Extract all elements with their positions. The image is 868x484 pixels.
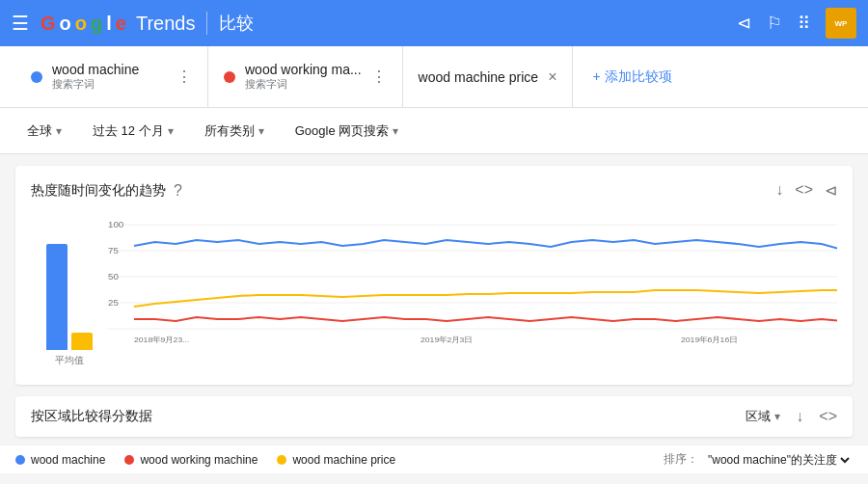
- logo-g: G: [41, 13, 56, 35]
- tab1-more[interactable]: ⋮: [176, 67, 192, 86]
- line-chart-area: 100 75 50 25 2018年9月23... 2019年2月3日 2019…: [108, 215, 837, 350]
- filters-bar: 全球 ▾ 过去 12 个月 ▾ 所有类别 ▾ Google 网页搜索 ▾: [0, 108, 868, 154]
- search-tabs-bar: wood machine 搜索字词 ⋮ wood working ma... 搜…: [0, 46, 868, 108]
- sort-select[interactable]: "wood machine"的关注度: [704, 452, 853, 468]
- help-icon[interactable]: ?: [174, 182, 182, 200]
- line-series-1: [134, 240, 837, 250]
- search-type-arrow-icon: ▾: [393, 124, 398, 138]
- add-compare-button[interactable]: + 添加比较项: [573, 68, 691, 86]
- tab2-more[interactable]: ⋮: [371, 67, 387, 86]
- global-arrow-icon: ▾: [56, 124, 62, 138]
- period-filter[interactable]: 过去 12 个月 ▾: [81, 117, 185, 146]
- app-header: ☰ Google Trends 比较 ⊲ ⚐ ⠿ WP: [0, 0, 868, 46]
- tab2-name: wood working ma...: [245, 62, 362, 77]
- legend-item-1: wood machine: [15, 453, 105, 467]
- embed-chart-icon[interactable]: <>: [795, 181, 813, 200]
- search-tab-3[interactable]: wood machine price ×: [403, 46, 574, 107]
- embed-bottom-icon[interactable]: <>: [819, 408, 837, 425]
- compare-label: 比较: [219, 12, 254, 35]
- line-series-2: [134, 317, 837, 321]
- tab3-close[interactable]: ×: [548, 68, 556, 86]
- grid-icon[interactable]: ⠿: [798, 13, 810, 34]
- header-actions: ⊲ ⚐ ⠿ WP: [737, 8, 856, 39]
- legend-label-1: wood machine: [31, 453, 105, 467]
- bar-1: [46, 244, 68, 350]
- legend-label-2: wood working machine: [140, 453, 258, 467]
- share-icon[interactable]: ⊲: [737, 13, 751, 34]
- legend-label-3: wood machine price: [292, 453, 395, 467]
- category-arrow-icon: ▾: [258, 124, 264, 138]
- menu-icon[interactable]: ☰: [12, 12, 29, 35]
- main-content: 热度随时间变化的趋势 ? ↓ <> ⊲ 平均值: [0, 154, 868, 448]
- legend-item-3: wood machine price: [277, 453, 395, 467]
- search-type-filter[interactable]: Google 网页搜索 ▾: [284, 117, 411, 146]
- line-series-3: [134, 290, 837, 307]
- tab1-content: wood machine 搜索字词: [52, 62, 167, 92]
- bar-chart-area: 平均值: [31, 215, 108, 369]
- region-arrow-icon: ▾: [774, 410, 780, 423]
- logo-o2: o: [75, 13, 87, 35]
- bottom-header: 按区域比较得分数据 区域 ▾ ↓ <>: [31, 408, 837, 425]
- tab1-label: 搜索字词: [52, 77, 167, 92]
- trend-chart-card: 热度随时间变化的趋势 ? ↓ <> ⊲ 平均值: [15, 166, 853, 385]
- chart-header: 热度随时间变化的趋势 ? ↓ <> ⊲: [31, 181, 837, 200]
- period-filter-label: 过去 12 个月: [93, 122, 164, 140]
- svg-text:25: 25: [108, 298, 119, 308]
- svg-text:75: 75: [108, 246, 119, 255]
- period-arrow-icon: ▾: [168, 124, 174, 138]
- bar-chart-inner: [31, 234, 108, 369]
- share-chart-icon[interactable]: ⊲: [825, 181, 837, 200]
- avg-label: 平均值: [31, 354, 108, 367]
- logo-o1: o: [60, 13, 71, 35]
- legend-dot-1: [15, 455, 25, 465]
- chart-area: 平均值 100 75 50 25: [31, 215, 837, 369]
- header-divider: [206, 12, 207, 35]
- chart-legend: wood machine wood working machine wood m…: [0, 444, 868, 473]
- region-label: 区域: [746, 408, 771, 425]
- chart-actions: ↓ <> ⊲: [775, 181, 837, 200]
- bar-2: [71, 333, 93, 350]
- tab3-name: wood machine price: [419, 69, 539, 85]
- global-filter[interactable]: 全球 ▾: [15, 117, 73, 146]
- sort-by-container: 排序： "wood machine"的关注度: [664, 451, 853, 468]
- chart-title-row: 热度随时间变化的趋势 ?: [31, 182, 182, 200]
- wppop-logo: WP: [826, 8, 856, 39]
- legend-dot-3: [277, 455, 286, 465]
- svg-text:2019年6月16日: 2019年6月16日: [681, 335, 738, 344]
- tab1-dot: [31, 71, 42, 83]
- logo-l: l: [106, 13, 112, 35]
- sort-prefix: 排序：: [664, 451, 698, 468]
- bottom-title: 按区域比较得分数据: [31, 408, 152, 425]
- bottom-section-card: 按区域比较得分数据 区域 ▾ ↓ <>: [15, 396, 853, 437]
- search-type-label: Google 网页搜索: [295, 122, 390, 140]
- svg-text:50: 50: [108, 272, 119, 282]
- category-filter[interactable]: 所有类别 ▾: [193, 117, 276, 146]
- svg-text:2019年2月3日: 2019年2月3日: [420, 335, 473, 344]
- flag-icon[interactable]: ⚐: [767, 13, 782, 34]
- download-bottom-icon[interactable]: ↓: [796, 408, 803, 425]
- tab2-dot: [224, 71, 235, 83]
- category-filter-label: 所有类别: [204, 122, 255, 140]
- legend-dot-2: [124, 455, 134, 465]
- search-tab-2[interactable]: wood working ma... 搜索字词 ⋮: [208, 46, 403, 107]
- google-trends-logo: Google Trends: [41, 13, 195, 35]
- add-compare-label: + 添加比较项: [592, 68, 671, 86]
- legend-item-2: wood working machine: [124, 453, 258, 467]
- svg-text:2018年9月23...: 2018年9月23...: [134, 335, 189, 344]
- search-tab-1[interactable]: wood machine 搜索字词 ⋮: [15, 46, 208, 107]
- logo-e: e: [116, 13, 126, 35]
- region-button[interactable]: 区域 ▾: [746, 408, 780, 425]
- svg-text:100: 100: [108, 220, 123, 229]
- chart-title: 热度随时间变化的趋势: [31, 182, 166, 200]
- trends-label: Trends: [136, 13, 196, 35]
- global-filter-label: 全球: [27, 122, 52, 140]
- download-chart-icon[interactable]: ↓: [775, 181, 783, 200]
- logo-g2: g: [91, 13, 102, 35]
- bottom-actions: 区域 ▾ ↓ <>: [746, 408, 837, 425]
- tab1-name: wood machine: [52, 62, 167, 77]
- trend-line-chart: 100 75 50 25 2018年9月23... 2019年2月3日 2019…: [108, 215, 837, 350]
- tab2-label: 搜索字词: [245, 77, 362, 92]
- tab2-content: wood working ma... 搜索字词: [245, 62, 362, 92]
